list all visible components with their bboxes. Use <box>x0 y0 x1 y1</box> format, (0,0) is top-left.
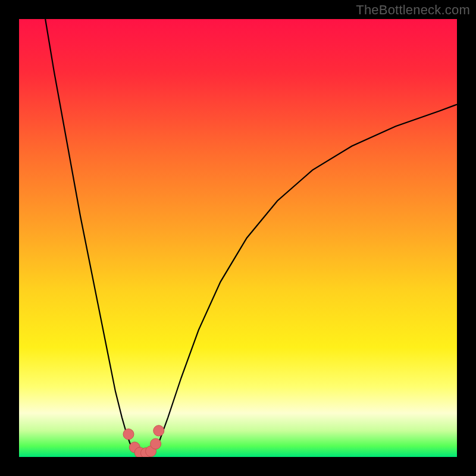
plot-area <box>19 19 457 457</box>
valley-marker <box>151 439 161 449</box>
plot-svg <box>19 19 457 457</box>
valley-marker <box>154 425 164 436</box>
valley-marker <box>123 429 134 440</box>
chart-frame: TheBottleneck.com <box>0 0 476 476</box>
watermark-text: TheBottleneck.com <box>356 2 470 18</box>
